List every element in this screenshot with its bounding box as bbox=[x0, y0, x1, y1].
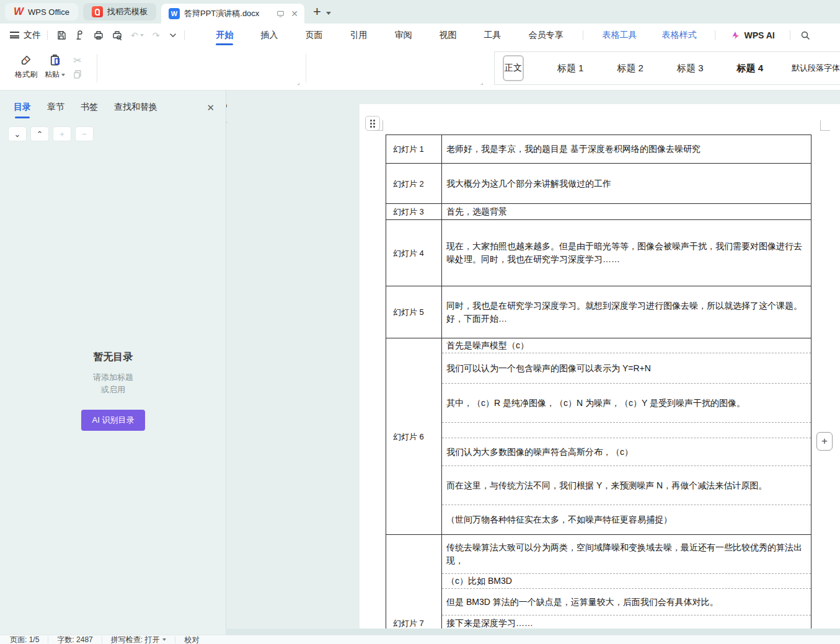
slide-text[interactable]: （世间万物各种特征实在太多，不如噪声特征更容易捕捉） bbox=[442, 505, 811, 534]
table-row[interactable]: 幻灯片 4 现在，大家拍照也越来越多。但是由于暗光等等，图像会被噪声干扰，我们需… bbox=[386, 220, 811, 286]
word-count[interactable]: 字数: 2487 bbox=[57, 635, 92, 644]
speech-script-table[interactable]: 幻灯片 1 老师好，我是李京，我的题目是 基于深度卷积网络的图像去噪研究 幻灯片… bbox=[386, 135, 811, 632]
style-heading1[interactable]: 标题 1 bbox=[557, 63, 584, 74]
print-preview-icon[interactable] bbox=[112, 30, 122, 40]
table-row[interactable]: 幻灯片 7 传统去噪算法大致可以分为两类，空间域降噪和变换域去噪，最近还有一些比… bbox=[386, 535, 811, 632]
file-menu-label: 文件 bbox=[24, 30, 41, 41]
tab-docer-templates[interactable]: 找稻壳模板 bbox=[83, 3, 156, 20]
proofread-button[interactable]: 校对 bbox=[184, 635, 199, 644]
divider bbox=[184, 30, 185, 40]
docer-icon bbox=[92, 6, 103, 17]
margin-corner-mark-left bbox=[373, 120, 383, 131]
style-heading4[interactable]: 标题 4 bbox=[736, 63, 763, 74]
slide-text[interactable] bbox=[442, 423, 811, 438]
slide-label[interactable]: 幻灯片 2 bbox=[386, 164, 442, 203]
slide-label[interactable]: 幻灯片 7 bbox=[386, 535, 442, 632]
format-painter-button[interactable]: 格式刷 bbox=[11, 51, 41, 82]
tab-list-chevron-icon[interactable] bbox=[326, 6, 331, 17]
tab-tools[interactable]: 工具 bbox=[470, 24, 515, 46]
ai-recognize-catalog-button[interactable]: AI 识别目录 bbox=[81, 410, 146, 431]
style-default-font[interactable]: 默认段落字体 bbox=[792, 63, 840, 74]
status-bar: 页面: 1/5 字数: 2487 拼写检查: 打开 校对 bbox=[0, 635, 840, 644]
wps-ai-button[interactable]: WPS AI bbox=[722, 30, 783, 40]
tab-page[interactable]: 页面 bbox=[291, 24, 336, 46]
slide-text[interactable]: 首先，选题背景 bbox=[442, 204, 811, 219]
undo-icon[interactable]: ↶ bbox=[131, 30, 138, 40]
paste-chevron-icon bbox=[61, 74, 65, 76]
font-group-expand-icon[interactable]: ⌟ bbox=[297, 79, 299, 86]
style-normal[interactable]: 正文 bbox=[503, 55, 524, 81]
tab-wps-home-label: WPS Office bbox=[28, 7, 69, 17]
sidebar-tab-find-replace[interactable]: 查找和替换 bbox=[114, 102, 157, 118]
file-menu[interactable]: 文件 bbox=[10, 30, 41, 41]
search-icon[interactable] bbox=[800, 30, 810, 40]
new-tab-button[interactable]: + bbox=[313, 4, 321, 20]
paste-button[interactable]: 粘贴 bbox=[41, 51, 69, 82]
slide-label[interactable]: 幻灯片 4 bbox=[386, 220, 442, 286]
slide-label[interactable]: 幻灯片 5 bbox=[386, 286, 442, 338]
sidebar-close-icon[interactable]: ✕ bbox=[206, 102, 214, 113]
ribbon-toolbar: 格式刷 粘贴 ✂ 黑体 五号 A⁺ A⁻ 拼 bbox=[0, 46, 840, 90]
style-heading3[interactable]: 标题 3 bbox=[677, 63, 704, 74]
print-icon[interactable] bbox=[94, 30, 104, 40]
customize-toolbar-chevron-icon[interactable] bbox=[168, 30, 178, 40]
table-row[interactable]: 幻灯片 5 同时，我也是在研究学习深度学习。就想到深度学习进行图像去噪，所以就选… bbox=[386, 286, 811, 338]
catalog-expand-button[interactable]: + bbox=[53, 127, 71, 141]
empty-title: 暂无目录 bbox=[0, 351, 226, 364]
catalog-next-button[interactable]: ⌄ bbox=[9, 127, 26, 141]
catalog-prev-button[interactable]: ⌃ bbox=[31, 127, 48, 141]
table-row[interactable]: 幻灯片 2 我大概分为这几个部分来讲解我做过的工作 bbox=[386, 164, 811, 204]
slide-text[interactable]: 而在这里，与传统方法不同，我们根据 Y，来预测噪声 N，再做个减法来估计原图。 bbox=[442, 466, 811, 505]
slide-text[interactable]: 同时，我也是在研究学习深度学习。就想到深度学习进行图像去噪，所以就选择了这个课题… bbox=[442, 286, 811, 338]
spellcheck-toggle[interactable]: 拼写检查: 打开 bbox=[111, 635, 167, 644]
slide-text[interactable]: 传统去噪算法大致可以分为两类，空间域降噪和变换域去噪，最近还有一些比较优秀的算法… bbox=[442, 535, 811, 574]
spellcheck-chevron-icon bbox=[162, 638, 166, 641]
screen-share-icon[interactable] bbox=[276, 10, 285, 18]
slide-text[interactable]: 首先是噪声模型（c） bbox=[442, 338, 811, 353]
slide-label[interactable]: 幻灯片 6 bbox=[386, 338, 442, 534]
cut-icon[interactable]: ✂ bbox=[73, 55, 81, 66]
export-pdf-icon[interactable] bbox=[75, 30, 85, 40]
slide-text[interactable]: 其中，（c）R 是纯净图像，（c）N 为噪声，（c）Y 是受到噪声干扰的图像。 bbox=[442, 384, 811, 423]
horizontal-scroll-track[interactable] bbox=[227, 629, 840, 635]
paragraph-group-expand-icon[interactable]: ⌟ bbox=[480, 79, 483, 86]
table-row[interactable]: 幻灯片 6 首先是噪声模型（c） 我们可以认为一个包含噪声的图像可以表示为 Y=… bbox=[386, 338, 811, 535]
page-indicator[interactable]: 页面: 1/5 bbox=[10, 635, 39, 644]
sidebar-tabs: 目录 章节 书签 查找和替换 bbox=[0, 90, 226, 118]
tab-wps-home[interactable]: W WPS Office bbox=[5, 3, 78, 20]
tab-table-tools[interactable]: 表格工具 bbox=[590, 24, 649, 46]
slide-label[interactable]: 幻灯片 3 bbox=[386, 204, 442, 219]
slide-text-group: 首先是噪声模型（c） 我们可以认为一个包含噪声的图像可以表示为 Y=R+N 其中… bbox=[442, 338, 811, 534]
save-icon[interactable] bbox=[56, 30, 66, 40]
tab-member[interactable]: 会员专享 bbox=[515, 24, 577, 46]
slide-text[interactable]: （c）比如 BM3D bbox=[442, 574, 811, 589]
slide-text[interactable]: 现在，大家拍照也越来越多。但是由于暗光等等，图像会被噪声干扰，我们需要对图像进行… bbox=[442, 220, 811, 286]
tab-insert[interactable]: 插入 bbox=[247, 24, 291, 46]
sidebar-tab-bookmark[interactable]: 书签 bbox=[81, 102, 98, 118]
table-row[interactable]: 幻灯片 1 老师好，我是李京，我的题目是 基于深度卷积网络的图像去噪研究 bbox=[386, 135, 811, 164]
table-row[interactable]: 幻灯片 3 首先，选题背景 bbox=[386, 204, 811, 220]
tab-table-style[interactable]: 表格样式 bbox=[649, 24, 709, 46]
close-tab-icon[interactable]: ✕ bbox=[291, 9, 298, 19]
tab-document-active[interactable]: W 答辩PPT演讲稿.docx ✕ bbox=[161, 4, 304, 24]
slide-text[interactable]: 我大概分为这几个部分来讲解我做过的工作 bbox=[442, 164, 811, 203]
slide-text[interactable]: 我们可以认为一个包含噪声的图像可以表示为 Y=R+N bbox=[442, 353, 811, 384]
undo-chevron-icon[interactable] bbox=[140, 34, 144, 37]
catalog-collapse-button[interactable]: − bbox=[76, 127, 93, 141]
tab-home[interactable]: 开始 bbox=[202, 24, 247, 46]
slide-text[interactable]: 但是 BM3D 算法的一个缺点是，运算量较大，后面我们会有具体对比。 bbox=[442, 589, 811, 615]
sidebar-tab-catalog[interactable]: 目录 bbox=[14, 102, 31, 118]
style-heading2[interactable]: 标题 2 bbox=[617, 63, 643, 74]
divider bbox=[47, 30, 48, 40]
slide-label[interactable]: 幻灯片 1 bbox=[386, 135, 442, 163]
redo-icon[interactable]: ↷ bbox=[153, 30, 160, 40]
tab-view[interactable]: 视图 bbox=[425, 24, 470, 46]
copy-icon[interactable] bbox=[73, 69, 82, 79]
slide-text[interactable]: 老师好，我是李京，我的题目是 基于深度卷积网络的图像去噪研究 bbox=[442, 135, 811, 163]
table-add-button[interactable]: + bbox=[816, 432, 833, 451]
sidebar-tab-chapter[interactable]: 章节 bbox=[47, 102, 64, 118]
tab-reference[interactable]: 引用 bbox=[336, 24, 381, 46]
tab-review[interactable]: 审阅 bbox=[381, 24, 425, 46]
slide-text[interactable]: 我们认为大多数图像的噪声符合高斯分布，（c） bbox=[442, 438, 811, 466]
group-divider bbox=[306, 54, 306, 82]
